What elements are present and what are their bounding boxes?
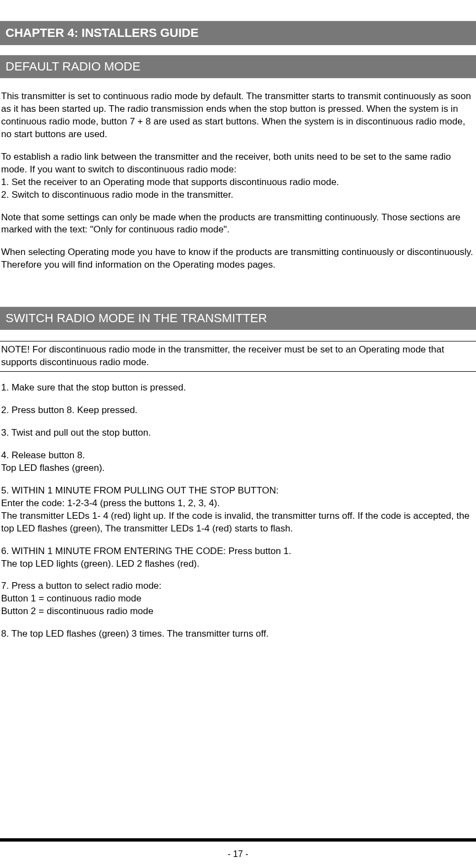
step-5-line-b: Enter the code: 1-2-3-4 (press the butto… xyxy=(1,498,220,508)
step-7: 7. Press a button to select radio mode: … xyxy=(0,580,476,618)
section-default-radio-mode-title: DEFAULT RADIO MODE xyxy=(0,55,476,78)
document-page: CHAPTER 4: INSTALLERS GUIDE DEFAULT RADI… xyxy=(0,21,476,641)
step-7-line-c: Button 2 = discontinuous radio mode xyxy=(1,606,153,616)
step-6-line-a: 6. WITHIN 1 MINUTE FROM ENTERING THE COD… xyxy=(1,546,291,556)
note-box: NOTE! For discontinuous radio mode in th… xyxy=(0,341,476,372)
step-5-line-c: The transmitter LEDs 1- 4 (red) light up… xyxy=(1,511,469,534)
section1-paragraph-3: Note that some settings can only be made… xyxy=(0,211,476,237)
section1-paragraph-1: This transmitter is set to continuous ra… xyxy=(0,90,476,141)
step-6-line-b: The top LED lights (green). LED 2 flashe… xyxy=(1,558,199,569)
step-4-line-b: Top LED flashes (green). xyxy=(1,463,105,473)
step-6: 6. WITHIN 1 MINUTE FROM ENTERING THE COD… xyxy=(0,545,476,571)
section1-paragraph-4: When selecting Operating mode you have t… xyxy=(0,246,476,272)
step-1: 1. Make sure that the stop button is pre… xyxy=(0,382,476,394)
section1-para2-step2: 2. Switch to discontinuous radio mode in… xyxy=(1,189,233,200)
step-8: 8. The top LED flashes (green) 3 times. … xyxy=(0,628,476,641)
step-3: 3. Twist and pull out the stop button. xyxy=(0,427,476,440)
chapter-title: CHAPTER 4: INSTALLERS GUIDE xyxy=(0,21,476,45)
section1-paragraph-2: To establish a radio link between the tr… xyxy=(0,151,476,202)
step-5-line-a: 5. WITHIN 1 MINUTE FROM PULLING OUT THE … xyxy=(1,485,279,496)
step-7-line-b: Button 1 = continuous radio mode xyxy=(1,593,142,604)
step-4: 4. Release button 8. Top LED flashes (gr… xyxy=(0,449,476,475)
footer-divider xyxy=(0,838,476,842)
section-switch-radio-mode-title: SWITCH RADIO MODE IN THE TRANSMITTER xyxy=(0,307,476,330)
step-5: 5. WITHIN 1 MINUTE FROM PULLING OUT THE … xyxy=(0,485,476,535)
step-2: 2. Press button 8. Keep pressed. xyxy=(0,404,476,417)
section1-para2-intro: To establish a radio link between the tr… xyxy=(1,151,451,175)
section1-para2-step1: 1. Set the receiver to an Operating mode… xyxy=(1,177,339,187)
step-7-line-a: 7. Press a button to select radio mode: xyxy=(1,581,161,591)
step-4-line-a: 4. Release button 8. xyxy=(1,450,85,460)
page-number: - 17 - xyxy=(0,849,476,859)
